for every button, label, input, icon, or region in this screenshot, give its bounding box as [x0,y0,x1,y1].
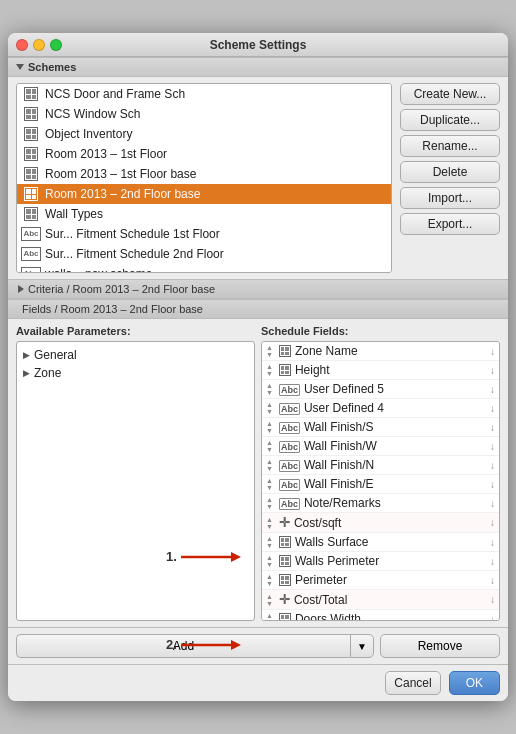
field-sort-indicator-walls-surface: ↓ [490,537,495,548]
field-label-perimeter: Perimeter [295,573,486,587]
field-icon-wall-finish-n: Abc [279,458,300,472]
scheme-label-fitment-2nd: Sur... Fitment Schedule 2nd Floor [45,247,224,261]
scheme-list[interactable]: NCS Door and Frame SchNCS Window SchObje… [16,83,392,273]
field-row-cost-sqft[interactable]: ▲▼✛Cost/sqft↓ [262,513,499,533]
field-row-perimeter[interactable]: ▲▼Perimeter↓ [262,571,499,590]
scheme-label-room-2013-1st-base: Room 2013 – 1st Floor base [45,167,196,181]
field-label-walls-surface: Walls Surface [295,535,486,549]
delete-button[interactable]: Delete [400,161,500,183]
main-window: Scheme Settings Schemes NCS Door and Fra… [8,33,508,701]
criteria-label: Criteria / Room 2013 – 2nd Floor base [28,283,215,295]
field-row-zone-name[interactable]: ▲▼Zone Name↓ [262,342,499,361]
ok-button[interactable]: OK [449,671,500,695]
field-sort-indicator-wall-finish-s: ↓ [490,422,495,433]
field-icon-cost-total: ✛ [279,592,290,607]
schedule-fields-label: Schedule Fields: [261,325,500,337]
final-bar: Cancel OK [8,664,508,701]
field-label-cost-sqft: Cost/sqft [294,516,486,530]
scheme-item-room-2013-2nd-base[interactable]: Room 2013 – 2nd Floor base [17,184,391,204]
add-button[interactable]: Add [16,634,350,658]
field-sort-indicator-user-def-4: ↓ [490,403,495,414]
field-sort-indicator-cost-total: ↓ [490,594,495,605]
field-icon-wall-finish-s: Abc [279,420,300,434]
field-sort-indicator-perimeter: ↓ [490,575,495,586]
scheme-item-ncs-door[interactable]: NCS Door and Frame Sch [17,84,391,104]
scheme-icon-fitment-2nd: Abc [23,246,39,262]
field-row-note-remarks[interactable]: ▲▼AbcNote/Remarks↓ [262,494,499,513]
field-icon-note-remarks: Abc [279,496,300,510]
create-new-button[interactable]: Create New... [400,83,500,105]
scheme-label-new-scheme: walls... new scheme [45,267,152,273]
field-icon-wall-finish-e: Abc [279,477,300,491]
fields-label: Fields / Room 2013 – 2nd Floor base [22,303,203,315]
field-label-wall-finish-n: Wall Finish/N [304,458,486,472]
field-row-wall-finish-s[interactable]: ▲▼AbcWall Finish/S↓ [262,418,499,437]
scheme-label-object-inventory: Object Inventory [45,127,132,141]
scheme-item-fitment-2nd[interactable]: AbcSur... Fitment Schedule 2nd Floor [17,244,391,264]
bottom-bar: Add ▼ Remove [8,627,508,664]
field-icon-cost-sqft: ✛ [279,515,290,530]
scheme-item-fitment-1st[interactable]: AbcSur... Fitment Schedule 1st Floor [17,224,391,244]
tree-item-general[interactable]: ▶General [21,346,250,364]
scheme-icon-fitment-1st: Abc [23,226,39,242]
rename-button[interactable]: Rename... [400,135,500,157]
scheme-icon-object-inventory [23,126,39,142]
field-row-user-def-4[interactable]: ▲▼AbcUser Defined 4↓ [262,399,499,418]
scheme-label-room-2013-1st: Room 2013 – 1st Floor [45,147,167,161]
field-row-cost-total[interactable]: ▲▼✛Cost/Total↓ [262,590,499,610]
close-button[interactable] [16,39,28,51]
field-row-wall-finish-w[interactable]: ▲▼AbcWall Finish/W↓ [262,437,499,456]
field-sort-indicator-note-remarks: ↓ [490,498,495,509]
field-icon-wall-finish-w: Abc [279,439,300,453]
field-sort-arrows-walls-perimeter: ▲▼ [266,554,273,568]
field-sort-arrows-wall-finish-n: ▲▼ [266,458,273,472]
cancel-button[interactable]: Cancel [385,671,440,695]
field-label-wall-finish-s: Wall Finish/S [304,420,486,434]
maximize-button[interactable] [50,39,62,51]
tree-item-zone[interactable]: ▶Zone [21,364,250,382]
field-row-user-def-5[interactable]: ▲▼AbcUser Defined 5↓ [262,380,499,399]
export-button[interactable]: Export... [400,213,500,235]
field-row-wall-finish-e[interactable]: ▲▼AbcWall Finish/E↓ [262,475,499,494]
field-sort-indicator-zone-name: ↓ [490,346,495,357]
scheme-label-ncs-window: NCS Window Sch [45,107,140,121]
field-row-height[interactable]: ▲▼Height↓ [262,361,499,380]
field-label-doors-width: Doors Width [295,612,486,621]
add-dropdown-button[interactable]: ▼ [350,634,374,658]
field-label-cost-total: Cost/Total [294,593,486,607]
scheme-icon-ncs-window [23,106,39,122]
field-row-walls-perimeter[interactable]: ▲▼Walls Perimeter↓ [262,552,499,571]
field-label-note-remarks: Note/Remarks [304,496,486,510]
field-sort-indicator-cost-sqft: ↓ [490,517,495,528]
params-tree[interactable]: ▶General▶Zone [16,341,255,621]
field-row-doors-width[interactable]: ▲▼Doors Width↓ [262,610,499,621]
fields-list[interactable]: ▲▼Zone Name↓▲▼Height↓▲▼AbcUser Defined 5… [261,341,500,621]
field-icon-walls-perimeter [279,555,291,567]
field-icon-height [279,364,291,376]
field-label-walls-perimeter: Walls Perimeter [295,554,486,568]
scheme-item-object-inventory[interactable]: Object Inventory [17,124,391,144]
available-params-label: Available Parameters: [16,325,255,337]
minimize-button[interactable] [33,39,45,51]
duplicate-button[interactable]: Duplicate... [400,109,500,131]
scheme-item-room-2013-1st[interactable]: Room 2013 – 1st Floor [17,144,391,164]
schemes-header-label: Schemes [28,61,76,73]
field-label-user-def-4: User Defined 4 [304,401,486,415]
field-sort-arrows-user-def-5: ▲▼ [266,382,273,396]
scheme-item-room-2013-1st-base[interactable]: Room 2013 – 1st Floor base [17,164,391,184]
import-button[interactable]: Import... [400,187,500,209]
scheme-item-ncs-window[interactable]: NCS Window Sch [17,104,391,124]
field-row-walls-surface[interactable]: ▲▼Walls Surface↓ [262,533,499,552]
scheme-icon-room-2013-2nd-base [23,186,39,202]
field-sort-arrows-cost-total: ▲▼ [266,593,273,607]
remove-button[interactable]: Remove [380,634,500,658]
field-row-wall-finish-n[interactable]: ▲▼AbcWall Finish/N↓ [262,456,499,475]
field-label-wall-finish-w: Wall Finish/W [304,439,486,453]
scheme-icon-ncs-door [23,86,39,102]
fields-bar: Fields / Room 2013 – 2nd Floor base [8,299,508,319]
scheme-item-wall-types[interactable]: Wall Types [17,204,391,224]
field-sort-indicator-user-def-5: ↓ [490,384,495,395]
field-sort-indicator-wall-finish-e: ↓ [490,479,495,490]
scheme-item-new-scheme[interactable]: Abcwalls... new scheme [17,264,391,273]
schemes-section: NCS Door and Frame SchNCS Window SchObje… [8,77,508,279]
